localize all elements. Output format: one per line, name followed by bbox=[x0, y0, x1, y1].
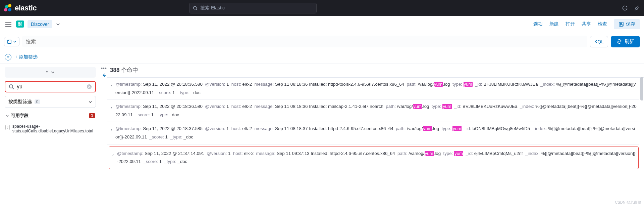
fields-sidebar: * 按类型筛选 0 可用字段 1 # spaces-usa bbox=[0, 64, 101, 206]
document-source: @timestamp: Sep 11, 2022 @ 20:18:36.580 … bbox=[115, 80, 637, 97]
global-search-placeholder: 搜索 Elastic bbox=[200, 5, 225, 11]
document-source: @timestamp: Sep 11, 2022 @ 20:18:36.580 … bbox=[115, 102, 637, 119]
options-link[interactable]: 选项 bbox=[533, 21, 543, 27]
hits-suffix: 个命中 bbox=[121, 67, 138, 73]
data-view-button[interactable] bbox=[4, 37, 19, 46]
app-name-pill[interactable]: Discover bbox=[28, 20, 52, 28]
expand-icon[interactable]: › bbox=[112, 150, 117, 166]
document-list[interactable]: ›@timestamp: Sep 11, 2022 @ 20:18:36.580… bbox=[107, 78, 644, 206]
refresh-label: 刷新 bbox=[625, 39, 634, 45]
app-name-label: Discover bbox=[31, 22, 49, 27]
svg-point-0 bbox=[194, 6, 197, 9]
index-pattern-selector[interactable]: * bbox=[5, 67, 96, 78]
expand-icon[interactable]: › bbox=[111, 125, 115, 141]
chevron-down-icon bbox=[5, 114, 9, 118]
chevron-down-icon bbox=[88, 100, 92, 104]
app-actions: 选项 新建 打开 共享 检查 保存 bbox=[533, 19, 640, 29]
new-link[interactable]: 新建 bbox=[549, 21, 559, 27]
sidebar-toggle: ••• bbox=[101, 64, 107, 206]
newsfeed-icon[interactable] bbox=[622, 5, 628, 11]
query-input[interactable] bbox=[22, 36, 587, 47]
available-fields-header[interactable]: 可用字段 1 bbox=[5, 111, 96, 120]
refresh-icon bbox=[617, 39, 622, 44]
document-row[interactable]: ›@timestamp: Sep 11, 2022 @ 20:18:37.585… bbox=[107, 122, 639, 144]
document-source: @timestamp: Sep 11, 2022 @ 21:37:14.091 … bbox=[117, 150, 636, 166]
kql-button[interactable]: KQL bbox=[590, 36, 608, 47]
field-item-label: spaces-usage-stats.apiCalls.disableLegac… bbox=[12, 124, 95, 133]
svg-point-12 bbox=[9, 85, 13, 88]
svg-rect-7 bbox=[620, 25, 622, 26]
share-link[interactable]: 共享 bbox=[582, 21, 591, 27]
available-fields-count: 1 bbox=[89, 113, 95, 118]
hits-count: 388 bbox=[110, 67, 119, 73]
document-row[interactable]: ›@timestamp: Sep 11, 2022 @ 20:18:36.580… bbox=[107, 100, 639, 122]
svg-rect-6 bbox=[619, 22, 623, 26]
results-panel: 388 个命中 ›@timestamp: Sep 11, 2022 @ 20:1… bbox=[107, 64, 644, 206]
type-filter-label: 按类型筛选 bbox=[8, 99, 32, 104]
chevron-down-icon[interactable] bbox=[56, 22, 60, 27]
body: * 按类型筛选 0 可用字段 1 # spaces-usa bbox=[0, 64, 644, 206]
refresh-button[interactable]: 刷新 bbox=[611, 36, 640, 47]
index-pattern-label: * bbox=[46, 70, 48, 75]
search-icon bbox=[9, 84, 14, 89]
field-search-input[interactable] bbox=[17, 84, 84, 90]
hits-header: 388 个命中 bbox=[107, 64, 644, 78]
expand-icon[interactable]: › bbox=[111, 102, 115, 119]
search-icon bbox=[193, 6, 198, 10]
space-badge[interactable]: 默 bbox=[16, 20, 24, 28]
open-link[interactable]: 打开 bbox=[566, 21, 575, 27]
filter-bar: + 添加筛选 bbox=[0, 51, 644, 64]
query-bar: KQL 刷新 bbox=[0, 32, 644, 51]
brand-name[interactable]: elastic bbox=[15, 4, 37, 12]
document-source: @timestamp: Sep 11, 2022 @ 20:18:37.585 … bbox=[115, 125, 637, 141]
available-fields-label: 可用字段 bbox=[11, 113, 29, 119]
app-bar: 默 Discover 选项 新建 打开 共享 检查 保存 bbox=[0, 16, 644, 32]
type-filter-button[interactable]: 按类型筛选 0 bbox=[5, 96, 96, 108]
expand-icon[interactable]: › bbox=[111, 80, 115, 97]
svg-line-1 bbox=[196, 9, 198, 10]
nav-toggle-icon[interactable] bbox=[4, 20, 13, 28]
svg-rect-8 bbox=[8, 40, 11, 43]
save-button[interactable]: 保存 bbox=[614, 19, 640, 29]
global-search-input[interactable]: 搜索 Elastic bbox=[189, 3, 317, 13]
watermark: CSDN @老白嫖 bbox=[615, 200, 641, 205]
type-filter-count: 0 bbox=[35, 99, 40, 104]
dots-icon[interactable]: ••• bbox=[101, 66, 107, 71]
field-search-wrap bbox=[5, 81, 96, 92]
save-label: 保存 bbox=[626, 21, 635, 27]
field-item[interactable]: # spaces-usage-stats.apiCalls.disableLeg… bbox=[5, 123, 96, 134]
save-icon bbox=[619, 22, 624, 27]
chevron-down-icon bbox=[13, 40, 16, 43]
inspect-link[interactable]: 检查 bbox=[598, 21, 607, 27]
global-header: elastic 搜索 Elastic bbox=[0, 0, 644, 16]
collapse-arrow-icon[interactable] bbox=[102, 73, 106, 78]
svg-line-13 bbox=[12, 88, 14, 89]
number-field-icon: # bbox=[5, 125, 10, 130]
document-row[interactable]: ›@timestamp: Sep 11, 2022 @ 20:18:36.580… bbox=[107, 78, 639, 100]
clear-icon[interactable] bbox=[87, 84, 92, 89]
add-filter-button[interactable]: + 添加筛选 bbox=[15, 54, 38, 60]
filter-menu-icon[interactable] bbox=[5, 54, 11, 60]
scrollbar[interactable] bbox=[640, 77, 643, 100]
document-row[interactable]: ›@timestamp: Sep 11, 2022 @ 21:37:14.091… bbox=[109, 147, 639, 169]
chevron-down-icon bbox=[51, 70, 55, 74]
celebration-icon[interactable] bbox=[634, 5, 640, 11]
elastic-logo-icon[interactable] bbox=[4, 4, 12, 12]
save-query-icon bbox=[7, 39, 12, 44]
